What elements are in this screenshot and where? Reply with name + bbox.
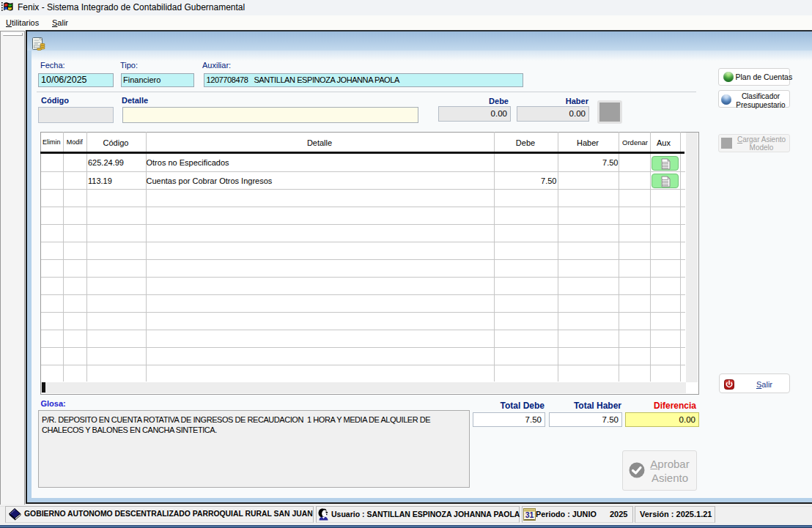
- svg-text:31: 31: [525, 510, 534, 519]
